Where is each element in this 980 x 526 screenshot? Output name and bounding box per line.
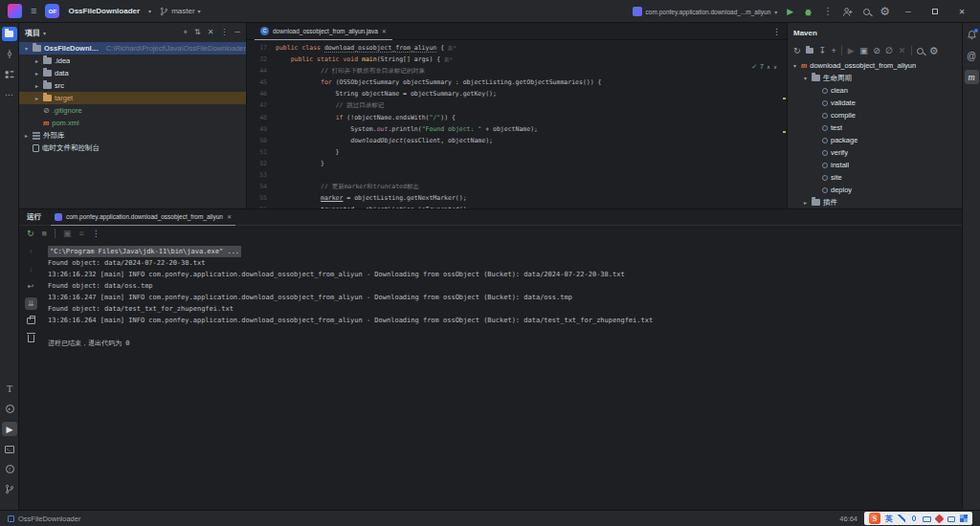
pin-icon[interactable]: ▣ — [63, 229, 72, 238]
version-control-toolwindow-button[interactable] — [2, 482, 17, 496]
project-tree[interactable]: ▾OssFileDownloaderC:\Richard\Project\Jav… — [19, 42, 246, 154]
skin-icon[interactable] — [935, 514, 945, 523]
maven-item-download_ossobject_from_aliyun[interactable]: ▾mdownload_ossobject_from_aliyun — [788, 59, 962, 72]
project-item-.gitignore[interactable]: ⊘.gitignore — [19, 104, 246, 117]
maven-item-生命周期[interactable]: ▾生命周期 — [788, 72, 962, 84]
project-item-data[interactable]: ▸data — [19, 67, 246, 79]
run-button[interactable]: ▶ — [787, 7, 793, 16]
sogou-logo-icon[interactable]: S — [869, 513, 880, 524]
next-problem-icon[interactable]: ∨ — [773, 61, 777, 73]
chevron-icon[interactable]: ▸ — [33, 95, 40, 101]
line-number[interactable]: 48 — [247, 112, 276, 123]
maven-item-validate[interactable]: validate — [788, 97, 962, 109]
maven-item-compile[interactable]: compile — [788, 109, 962, 121]
project-item-.idea[interactable]: ▸.idea — [19, 55, 246, 67]
maven-item-test[interactable]: test — [788, 121, 962, 134]
stop-icon[interactable]: ■ — [42, 229, 47, 238]
locate-file-icon[interactable]: ⌖ — [183, 28, 188, 37]
line-number[interactable]: 32 — [247, 54, 276, 65]
code-editor[interactable]: ✓7 ∧ ∨ 17public class download_ossobject… — [247, 40, 787, 208]
inspections-widget[interactable]: ✓7 ∧ ∨ — [751, 61, 777, 73]
passport-icon[interactable] — [960, 515, 968, 522]
project-panel-title[interactable]: 项目 — [25, 28, 40, 38]
run-config-selector[interactable]: com.ponfey.application.download_...m_ali… — [633, 7, 778, 16]
panel-options-icon[interactable]: ⋮ — [220, 28, 228, 37]
project-item-pom.xml[interactable]: mpom.xml — [19, 117, 246, 129]
maven-item-install[interactable]: install — [788, 159, 962, 171]
keyboard-icon[interactable] — [923, 516, 931, 522]
project-selector[interactable]: OssFileDownloader — [68, 7, 140, 15]
run-panel-title[interactable]: 运行 — [27, 212, 41, 222]
statusbar-project-widget[interactable]: OssFileDownloader — [8, 515, 80, 523]
clear-console-icon[interactable] — [25, 332, 37, 344]
mic-icon[interactable] — [912, 515, 916, 521]
chevron-icon[interactable]: ▸ — [802, 199, 809, 206]
tab-close-icon[interactable]: ✕ — [382, 28, 387, 34]
project-item-外部库[interactable]: ▸外部库 — [19, 129, 246, 142]
project-item-target[interactable]: ▸target — [19, 92, 246, 104]
tab-options-icon[interactable]: ⋮ — [772, 27, 781, 36]
main-menu-icon[interactable]: ≡ — [31, 6, 36, 16]
maven-item-verify[interactable]: verify — [788, 146, 962, 159]
hide-panel-icon[interactable]: ─ — [234, 28, 240, 37]
next-occurrence-icon[interactable]: ↓ — [25, 263, 37, 275]
services-toolwindow-button[interactable]: ▸ — [2, 402, 17, 416]
search-icon[interactable] — [863, 9, 870, 15]
collapse-all-icon[interactable]: ✕ — [208, 28, 214, 37]
maven-tree[interactable]: ▾mdownload_ossobject_from_aliyun▾生命周期cle… — [788, 59, 962, 208]
execute-goal-icon[interactable]: ▣ — [859, 46, 868, 55]
structure-toolwindow-button[interactable] — [2, 67, 17, 81]
chevron-icon[interactable]: ▾ — [802, 75, 809, 81]
run-options-icon[interactable]: ⋮ — [92, 229, 100, 238]
more-icon[interactable]: ⋮ — [823, 7, 833, 16]
chevron-icon[interactable]: ▸ — [33, 70, 40, 77]
line-number[interactable]: 49 — [247, 123, 276, 135]
chevron-icon[interactable]: ▸ — [33, 82, 40, 89]
more-toolwindows-button[interactable]: ⋯ — [2, 87, 17, 101]
expand-collapse-icon[interactable]: ⇅ — [194, 28, 201, 37]
offline-mode-icon[interactable]: ⊘ — [873, 46, 880, 55]
ime-language-mode[interactable]: 英 — [885, 514, 893, 524]
line-number[interactable]: 17 — [247, 42, 276, 54]
project-toolwindow-button[interactable] — [2, 27, 17, 41]
project-item-src[interactable]: ▸src — [19, 79, 246, 92]
reload-maven-icon[interactable]: ↻ — [793, 46, 801, 55]
add-maven-project-icon[interactable]: + — [832, 46, 836, 55]
commit-toolwindow-button[interactable] — [2, 47, 17, 61]
chevron-icon[interactable]: ▾ — [791, 62, 798, 69]
maven-item-deploy[interactable]: deploy — [788, 184, 962, 196]
caret-position-widget[interactable]: 46:64 — [839, 515, 858, 523]
line-number[interactable]: 52 — [247, 158, 276, 169]
line-number[interactable]: 55 — [247, 192, 276, 204]
toolbox-icon[interactable] — [947, 516, 955, 522]
translation-toolwindow-button[interactable]: T — [2, 382, 17, 396]
maven-item-插件[interactable]: ▸插件 — [788, 196, 962, 208]
maven-settings-icon[interactable]: ⚙ — [929, 45, 939, 57]
generate-sources-icon[interactable] — [806, 48, 813, 54]
problems-toolwindow-button[interactable]: ! — [2, 462, 17, 476]
scroll-to-end-icon[interactable]: ⇊ — [25, 297, 37, 310]
maven-toolwindow-button[interactable]: m — [965, 70, 979, 84]
line-number[interactable]: 51 — [247, 146, 276, 158]
minimize-icon[interactable]: ─ — [900, 8, 917, 16]
line-number[interactable]: 46 — [247, 88, 276, 99]
line-number[interactable]: 44 — [247, 65, 276, 77]
download-sources-icon[interactable]: ↧ — [819, 46, 827, 55]
run-tab-close-icon[interactable]: ✕ — [227, 213, 232, 220]
layout-settings-icon[interactable]: ≡ — [79, 229, 84, 238]
console-output[interactable]: "C:\Program Files\Java\jdk-11\bin\java.e… — [42, 241, 962, 511]
terminal-toolwindow-button[interactable]: ›_ — [2, 442, 17, 456]
maven-item-site[interactable]: site — [788, 171, 962, 184]
print-icon[interactable] — [25, 315, 37, 327]
handwriting-icon[interactable] — [898, 515, 905, 522]
rerun-icon[interactable]: ↻ — [27, 229, 34, 238]
maven-item-clean[interactable]: clean — [788, 84, 962, 97]
chevron-icon[interactable]: ▸ — [33, 57, 40, 64]
notifications-button[interactable] — [965, 28, 979, 42]
project-item-临时文件和控制台[interactable]: 临时文件和控制台 — [19, 142, 246, 154]
chevron-icon[interactable]: ▸ — [23, 132, 30, 139]
maven-item-package[interactable]: package — [788, 134, 962, 146]
skip-tests-icon[interactable]: ∅ — [885, 46, 893, 55]
line-number[interactable]: 53 — [247, 169, 276, 181]
run-tab[interactable]: com.ponfey.application.download_ossobjec… — [51, 209, 235, 226]
